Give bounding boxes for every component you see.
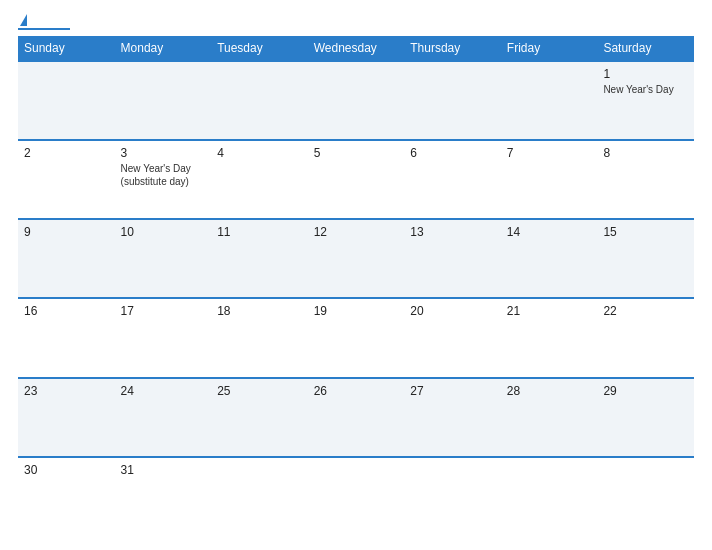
day-number: 14 (507, 225, 592, 239)
calendar-cell: 17 (115, 298, 212, 377)
calendar-cell (18, 61, 115, 140)
day-number: 16 (24, 304, 109, 318)
day-number: 25 (217, 384, 302, 398)
calendar-cell: 19 (308, 298, 405, 377)
calendar-cell: 12 (308, 219, 405, 298)
logo (18, 14, 70, 30)
calendar-cell (211, 457, 308, 536)
day-number: 31 (121, 463, 206, 477)
calendar-week-row: 23New Year's Day(substitute day)45678 (18, 140, 694, 219)
calendar-cell: 20 (404, 298, 501, 377)
weekday-header-tuesday: Tuesday (211, 36, 308, 61)
day-number: 11 (217, 225, 302, 239)
calendar-cell (404, 457, 501, 536)
day-number: 3 (121, 146, 206, 160)
day-number: 17 (121, 304, 206, 318)
day-number: 27 (410, 384, 495, 398)
calendar-cell: 13 (404, 219, 501, 298)
day-number: 21 (507, 304, 592, 318)
calendar-week-row: 23242526272829 (18, 378, 694, 457)
calendar-cell (211, 61, 308, 140)
calendar-page: SundayMondayTuesdayWednesdayThursdayFrid… (0, 0, 712, 550)
day-event: (substitute day) (121, 175, 206, 188)
day-number: 23 (24, 384, 109, 398)
calendar-week-row: 9101112131415 (18, 219, 694, 298)
day-number: 5 (314, 146, 399, 160)
day-number: 7 (507, 146, 592, 160)
day-number: 12 (314, 225, 399, 239)
day-number: 18 (217, 304, 302, 318)
calendar-cell: 28 (501, 378, 598, 457)
calendar-cell: 3New Year's Day(substitute day) (115, 140, 212, 219)
day-number: 15 (603, 225, 688, 239)
calendar-cell: 30 (18, 457, 115, 536)
day-number: 2 (24, 146, 109, 160)
day-number: 8 (603, 146, 688, 160)
calendar-cell: 11 (211, 219, 308, 298)
calendar-cell: 5 (308, 140, 405, 219)
day-number: 10 (121, 225, 206, 239)
weekday-header-monday: Monday (115, 36, 212, 61)
day-number: 24 (121, 384, 206, 398)
calendar-cell (501, 457, 598, 536)
calendar-cell: 26 (308, 378, 405, 457)
calendar-cell: 23 (18, 378, 115, 457)
calendar-cell: 31 (115, 457, 212, 536)
day-number: 13 (410, 225, 495, 239)
calendar-cell: 7 (501, 140, 598, 219)
day-number: 1 (603, 67, 688, 81)
calendar-week-row: 16171819202122 (18, 298, 694, 377)
calendar-cell: 25 (211, 378, 308, 457)
day-number: 9 (24, 225, 109, 239)
calendar-cell: 29 (597, 378, 694, 457)
weekday-header-wednesday: Wednesday (308, 36, 405, 61)
day-number: 28 (507, 384, 592, 398)
calendar-header (18, 14, 694, 30)
calendar-cell: 18 (211, 298, 308, 377)
calendar-table: SundayMondayTuesdayWednesdayThursdayFrid… (18, 36, 694, 536)
calendar-cell: 10 (115, 219, 212, 298)
calendar-week-row: 3031 (18, 457, 694, 536)
calendar-cell (115, 61, 212, 140)
calendar-cell: 24 (115, 378, 212, 457)
day-number: 22 (603, 304, 688, 318)
day-event: New Year's Day (121, 162, 206, 175)
logo-underline (18, 28, 70, 30)
weekday-header-friday: Friday (501, 36, 598, 61)
calendar-cell: 15 (597, 219, 694, 298)
calendar-cell: 8 (597, 140, 694, 219)
weekday-header-thursday: Thursday (404, 36, 501, 61)
calendar-cell: 4 (211, 140, 308, 219)
calendar-cell: 6 (404, 140, 501, 219)
weekday-header-row: SundayMondayTuesdayWednesdayThursdayFrid… (18, 36, 694, 61)
calendar-cell (404, 61, 501, 140)
calendar-week-row: 1New Year's Day (18, 61, 694, 140)
calendar-cell: 2 (18, 140, 115, 219)
day-number: 6 (410, 146, 495, 160)
calendar-cell: 14 (501, 219, 598, 298)
calendar-cell (597, 457, 694, 536)
calendar-cell: 21 (501, 298, 598, 377)
day-event: New Year's Day (603, 83, 688, 96)
calendar-cell (308, 61, 405, 140)
calendar-cell (501, 61, 598, 140)
day-number: 20 (410, 304, 495, 318)
weekday-header-saturday: Saturday (597, 36, 694, 61)
calendar-cell: 1New Year's Day (597, 61, 694, 140)
day-number: 4 (217, 146, 302, 160)
weekday-header-sunday: Sunday (18, 36, 115, 61)
calendar-cell: 16 (18, 298, 115, 377)
day-number: 30 (24, 463, 109, 477)
logo-triangle-icon (20, 14, 27, 26)
day-number: 26 (314, 384, 399, 398)
calendar-cell: 9 (18, 219, 115, 298)
calendar-cell: 22 (597, 298, 694, 377)
day-number: 29 (603, 384, 688, 398)
calendar-cell: 27 (404, 378, 501, 457)
day-number: 19 (314, 304, 399, 318)
calendar-cell (308, 457, 405, 536)
